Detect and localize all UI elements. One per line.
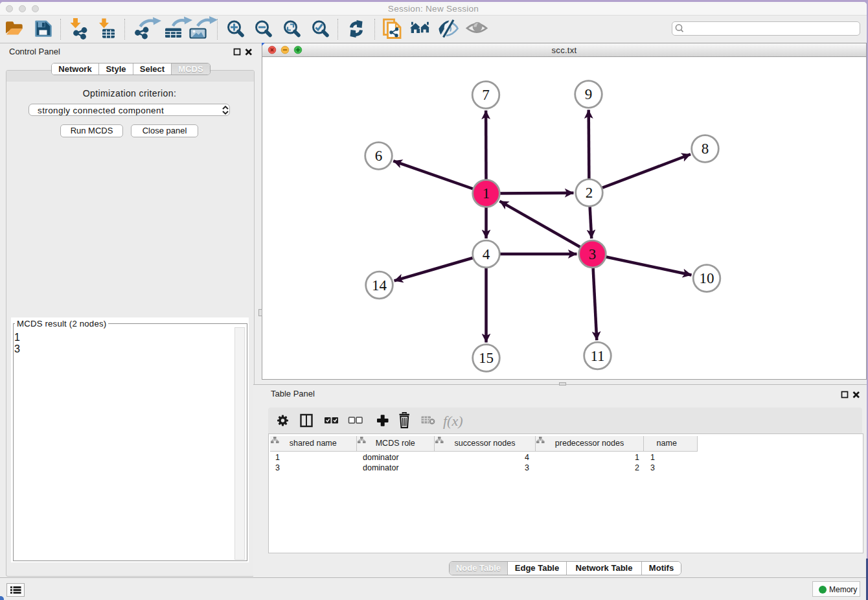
svg-text:1: 1: [483, 185, 490, 202]
svg-text:15: 15: [479, 350, 494, 366]
svg-text:14: 14: [372, 277, 387, 294]
svg-text:10: 10: [700, 270, 714, 286]
svg-text:11: 11: [590, 348, 604, 364]
svg-text:3: 3: [589, 246, 597, 262]
svg-text:6: 6: [375, 148, 383, 164]
svg-text:2: 2: [586, 185, 593, 201]
svg-text:9: 9: [585, 86, 593, 102]
svg-text:f(x): f(x): [443, 413, 463, 429]
svg-text:4: 4: [483, 246, 490, 262]
svg-text:7: 7: [482, 87, 490, 103]
svg-text:8: 8: [702, 141, 709, 157]
